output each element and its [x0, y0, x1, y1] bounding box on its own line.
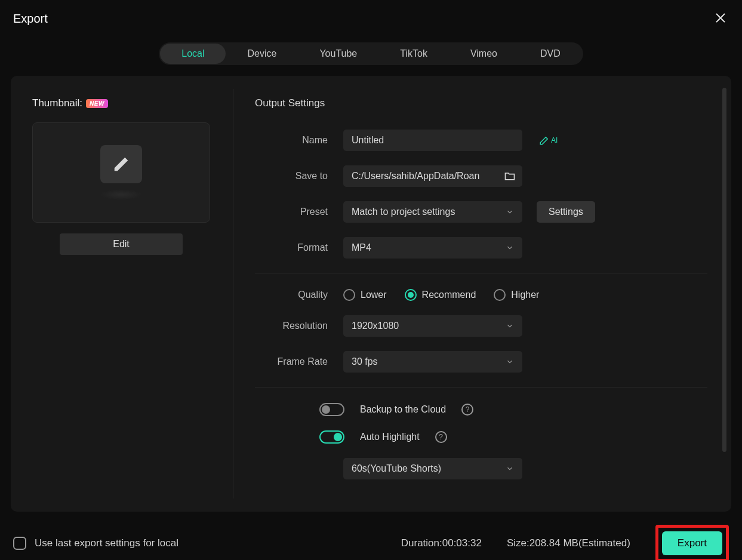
- pencil-icon: [112, 155, 130, 173]
- backup-cloud-toggle[interactable]: [319, 403, 344, 416]
- quality-label: Quality: [255, 290, 343, 300]
- tab-tiktok[interactable]: TikTok: [378, 44, 449, 64]
- duration-text: Duration:00:03:32: [401, 537, 482, 549]
- highlight-preset-select[interactable]: 60s(YouTube Shorts): [343, 458, 522, 479]
- thumbnail-edit-button[interactable]: Edit: [60, 233, 183, 255]
- quality-option-label: Lower: [361, 290, 387, 300]
- section-divider: [255, 387, 707, 387]
- chevron-down-icon: [506, 464, 514, 473]
- framerate-value: 30 fps: [352, 356, 378, 367]
- thumbnail-reflection: [100, 189, 142, 200]
- thumbnail-preview[interactable]: [32, 122, 210, 223]
- thumbnail-label: Thumbnail:: [32, 97, 82, 109]
- tab-youtube[interactable]: YouTube: [298, 44, 378, 64]
- preset-value: Match to project settings: [352, 207, 455, 217]
- auto-highlight-toggle[interactable]: [319, 430, 344, 444]
- quality-radio-group: Lower Recommend Higher: [343, 289, 539, 301]
- preset-settings-button[interactable]: Settings: [537, 201, 595, 223]
- chevron-down-icon: [506, 322, 514, 330]
- chevron-down-icon: [506, 244, 514, 252]
- size-text: Size:208.84 MB(Estimated): [507, 537, 630, 549]
- resolution-select[interactable]: 1920x1080: [343, 315, 522, 337]
- tab-local[interactable]: Local: [160, 44, 226, 64]
- close-icon: [715, 12, 726, 24]
- highlight-preset-value: 60s(YouTube Shorts): [352, 463, 441, 474]
- tab-device[interactable]: Device: [226, 44, 298, 64]
- tab-vimeo[interactable]: Vimeo: [449, 44, 519, 64]
- quality-option-label: Higher: [511, 290, 539, 300]
- export-tabs: Local Device YouTube TikTok Vimeo DVD: [159, 42, 583, 65]
- preset-label: Preset: [255, 207, 343, 217]
- chevron-down-icon: [506, 358, 514, 366]
- close-button[interactable]: [712, 10, 729, 28]
- quality-radio-lower[interactable]: Lower: [343, 289, 387, 301]
- quality-option-label: Recommend: [422, 290, 476, 300]
- resolution-value: 1920x1080: [352, 321, 399, 331]
- quality-radio-recommend[interactable]: Recommend: [405, 289, 476, 301]
- save-to-input[interactable]: C:/Users/sahib/AppData/Roan: [343, 165, 497, 187]
- auto-highlight-label: Auto Highlight: [360, 432, 420, 442]
- name-input[interactable]: [343, 130, 522, 151]
- format-value: MP4: [352, 242, 371, 253]
- export-button[interactable]: Export: [662, 531, 722, 555]
- chevron-down-icon: [506, 208, 514, 216]
- export-highlight-box: Export: [655, 525, 729, 560]
- pencil-ai-icon: [539, 135, 550, 146]
- resolution-label: Resolution: [255, 321, 343, 331]
- new-badge: NEW: [86, 99, 108, 108]
- folder-icon: [504, 170, 516, 182]
- output-settings-title: Output Settings: [255, 97, 707, 109]
- quality-radio-higher[interactable]: Higher: [494, 289, 539, 301]
- format-label: Format: [255, 242, 343, 253]
- browse-folder-button[interactable]: [497, 165, 522, 187]
- window-title: Export: [13, 12, 48, 26]
- backup-cloud-label: Backup to the Cloud: [360, 404, 446, 415]
- help-icon[interactable]: ?: [461, 404, 473, 416]
- framerate-select[interactable]: 30 fps: [343, 351, 522, 373]
- scrollbar[interactable]: [722, 88, 726, 452]
- thumbnail-edit-tile: [100, 145, 142, 183]
- use-last-settings-label: Use last export settings for local: [35, 537, 178, 549]
- preset-select[interactable]: Match to project settings: [343, 201, 522, 223]
- section-divider: [255, 273, 707, 273]
- name-label: Name: [255, 135, 343, 146]
- save-to-label: Save to: [255, 171, 343, 181]
- ai-label: AI: [551, 136, 558, 144]
- help-icon[interactable]: ?: [435, 431, 447, 443]
- tab-dvd[interactable]: DVD: [519, 44, 582, 64]
- ai-rename-button[interactable]: AI: [539, 135, 558, 146]
- format-select[interactable]: MP4: [343, 237, 522, 259]
- framerate-label: Frame Rate: [255, 356, 343, 367]
- use-last-settings-checkbox[interactable]: [13, 537, 26, 550]
